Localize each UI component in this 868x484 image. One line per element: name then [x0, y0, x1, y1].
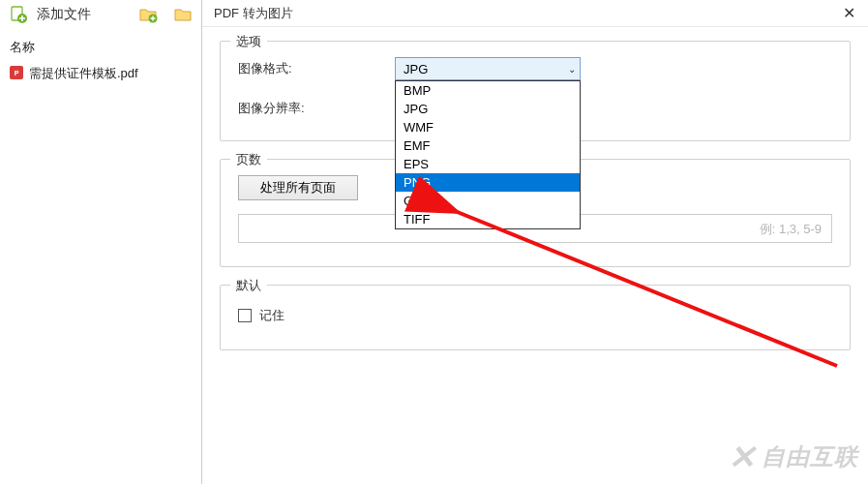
- svg-text:P: P: [15, 70, 19, 76]
- watermark: ✕ 自由互联: [728, 438, 858, 476]
- combo-selected-value: JPG: [404, 62, 428, 76]
- combo-option-wmf[interactable]: WMF: [396, 118, 580, 136]
- file-name: 需提供证件模板.pdf: [29, 65, 138, 82]
- toolbar-icon-3[interactable]: [172, 4, 194, 25]
- combo-option-bmp[interactable]: BMP: [396, 81, 580, 100]
- format-combo[interactable]: JPG ⌄ BMPJPGWMFEMFEPSPNGGIFTIFF: [395, 57, 581, 80]
- watermark-text: 自由互联: [762, 441, 858, 472]
- resolution-label: 图像分辨率:: [238, 100, 395, 117]
- column-header-name[interactable]: 名称: [4, 35, 197, 61]
- add-file-icon[interactable]: [8, 4, 29, 25]
- file-list-pane: 名称 P 需提供证件模板.pdf: [0, 29, 201, 484]
- remember-checkbox[interactable]: [238, 309, 252, 322]
- combo-option-jpg[interactable]: JPG: [396, 100, 580, 118]
- dialog-title: PDF 转为图片: [214, 5, 293, 22]
- pages-legend: 页数: [230, 151, 267, 168]
- default-legend: 默认: [230, 277, 267, 294]
- pdf-to-image-dialog: PDF 转为图片 ✕ 选项 图像格式: JPG ⌄ BMPJPGWMFEMFEP…: [201, 0, 868, 484]
- format-label: 图像格式:: [238, 60, 395, 77]
- process-all-pages-button[interactable]: 处理所有页面: [238, 175, 358, 200]
- options-fieldset: 选项 图像格式: JPG ⌄ BMPJPGWMFEMFEPSPNGGIFTIFF…: [220, 41, 851, 141]
- combo-option-eps[interactable]: EPS: [396, 155, 580, 173]
- options-legend: 选项: [230, 33, 267, 50]
- close-icon[interactable]: ✕: [837, 2, 860, 25]
- add-folder-icon[interactable]: [137, 4, 159, 25]
- combo-option-emf[interactable]: EMF: [396, 136, 580, 155]
- pdf-icon: P: [10, 66, 23, 82]
- remember-label: 记住: [259, 307, 284, 324]
- combo-option-tiff[interactable]: TIFF: [396, 210, 580, 228]
- add-file-button[interactable]: 添加文件: [37, 6, 91, 23]
- list-item[interactable]: P 需提供证件模板.pdf: [4, 61, 197, 86]
- watermark-logo: ✕: [728, 438, 756, 476]
- format-dropdown-list: BMPJPGWMFEMFEPSPNGGIFTIFF: [395, 80, 581, 229]
- add-file-label: 添加文件: [37, 6, 91, 23]
- combo-option-png[interactable]: PNG: [396, 173, 580, 192]
- combo-option-gif[interactable]: GIF: [396, 192, 580, 210]
- default-fieldset: 默认 记住: [220, 285, 851, 350]
- chevron-down-icon: ⌄: [568, 64, 576, 75]
